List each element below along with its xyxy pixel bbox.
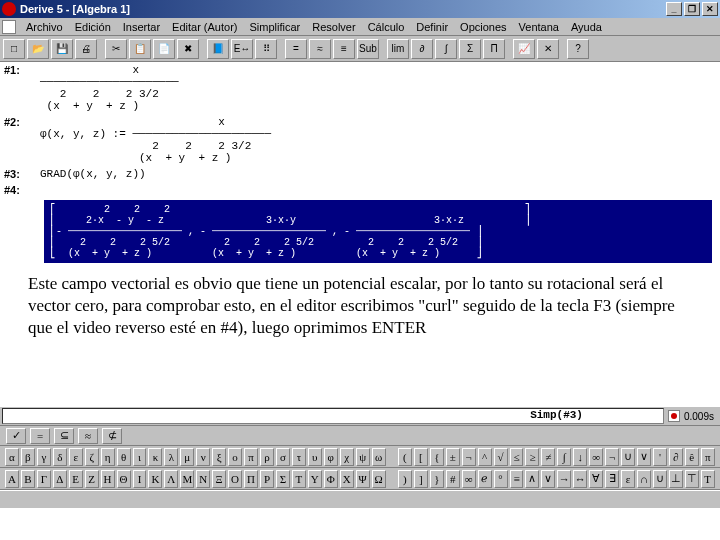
sym-4[interactable]: ¬ — [462, 448, 476, 466]
menu-simplificar[interactable]: Simplificar — [243, 20, 306, 34]
sym-β[interactable]: β — [21, 448, 35, 466]
menu-opciones[interactable]: Opciones — [454, 20, 512, 34]
sym-E[interactable]: E — [69, 470, 83, 488]
sym-12[interactable]: ∀ — [589, 470, 603, 488]
toolbar-btn-3[interactable]: 🖨 — [75, 39, 97, 59]
sym-6[interactable]: √ — [494, 448, 508, 466]
expression-2[interactable]: #2: x φ(x, y, z) := ────────────────────… — [0, 114, 720, 166]
sym-14[interactable]: ∪ — [621, 448, 635, 466]
sym-Y[interactable]: Y — [308, 470, 322, 488]
entry-input[interactable]: Simp(#3) — [2, 408, 664, 424]
sym-10[interactable]: ∫ — [557, 448, 571, 466]
expression-4-selected[interactable]: ⎡ 2 2 2 ⎤ ⎢ 2·x - y - z 3·x·y 3·x·z ⎥ ⎢-… — [44, 200, 712, 263]
sym-4[interactable]: ∞ — [462, 470, 476, 488]
menu-ventana[interactable]: Ventana — [513, 20, 565, 34]
toolbar-btn-14[interactable]: = — [285, 39, 307, 59]
toolbar-btn-6[interactable]: 📋 — [129, 39, 151, 59]
sym-8[interactable]: ∧ — [525, 470, 539, 488]
sym-X[interactable]: X — [340, 470, 354, 488]
sym-Ψ[interactable]: Ψ — [356, 470, 370, 488]
sym-B[interactable]: B — [21, 470, 35, 488]
sym-6[interactable]: ° — [494, 470, 508, 488]
sym-ν[interactable]: ν — [196, 448, 210, 466]
toolbar-btn-20[interactable]: ∂ — [411, 39, 433, 59]
toolbar-btn-12[interactable]: ⠿ — [255, 39, 277, 59]
sym-13[interactable]: ∃ — [605, 470, 619, 488]
sym-ε[interactable]: ε — [69, 448, 83, 466]
sym-19[interactable]: π — [701, 448, 715, 466]
sym-16[interactable]: ∪ — [653, 470, 667, 488]
sym-ζ[interactable]: ζ — [85, 448, 99, 466]
toolbar-btn-10[interactable]: 📘 — [207, 39, 229, 59]
sym-η[interactable]: η — [101, 448, 115, 466]
sym-γ[interactable]: γ — [37, 448, 51, 466]
toolbar-btn-22[interactable]: Σ — [459, 39, 481, 59]
sym-9[interactable]: ≠ — [541, 448, 555, 466]
toolbar-btn-5[interactable]: ✂ — [105, 39, 127, 59]
sym-Θ[interactable]: Θ — [117, 470, 131, 488]
sym-1[interactable]: ] — [414, 470, 428, 488]
sym-M[interactable]: M — [180, 470, 194, 488]
sym-σ[interactable]: σ — [276, 448, 290, 466]
menu-resolver[interactable]: Resolver — [306, 20, 361, 34]
sym-λ[interactable]: λ — [164, 448, 178, 466]
sym-I[interactable]: I — [133, 470, 147, 488]
sym-ι[interactable]: ι — [133, 448, 147, 466]
sym-τ[interactable]: τ — [292, 448, 306, 466]
sym-Γ[interactable]: Γ — [37, 470, 51, 488]
sym-18[interactable]: ⊤ — [685, 470, 699, 488]
sym-ο[interactable]: ο — [228, 448, 242, 466]
toolbar-btn-21[interactable]: ∫ — [435, 39, 457, 59]
toolbar-btn-11[interactable]: E↔ — [231, 39, 253, 59]
sym-11[interactable]: ↔ — [573, 470, 587, 488]
menu-edición[interactable]: Edición — [69, 20, 117, 34]
sym-16[interactable]: ' — [653, 448, 667, 466]
sym-10[interactable]: → — [557, 470, 571, 488]
toolbar-btn-16[interactable]: ≡ — [333, 39, 355, 59]
sym-17[interactable]: ∂ — [669, 448, 683, 466]
sym-9[interactable]: ∨ — [541, 470, 555, 488]
sym-Ω[interactable]: Ω — [372, 470, 386, 488]
sym-Λ[interactable]: Λ — [164, 470, 178, 488]
menu-ayuda[interactable]: Ayuda — [565, 20, 608, 34]
ops-btn-1[interactable]: = — [30, 428, 50, 444]
menu-editar (autor)[interactable]: Editar (Autor) — [166, 20, 243, 34]
toolbar-btn-28[interactable]: ? — [567, 39, 589, 59]
restore-button[interactable]: ❐ — [684, 2, 700, 16]
sym-2[interactable]: } — [430, 470, 444, 488]
toolbar-btn-17[interactable]: Sub — [357, 39, 379, 59]
sym-Σ[interactable]: Σ — [276, 470, 290, 488]
sym-8[interactable]: ≥ — [525, 448, 539, 466]
sym-Z[interactable]: Z — [85, 470, 99, 488]
sym-θ[interactable]: θ — [117, 448, 131, 466]
toolbar-btn-0[interactable]: □ — [3, 39, 25, 59]
toolbar-btn-26[interactable]: ✕ — [537, 39, 559, 59]
sym-κ[interactable]: κ — [148, 448, 162, 466]
sym-δ[interactable]: δ — [53, 448, 67, 466]
menu-archivo[interactable]: Archivo — [20, 20, 69, 34]
ops-btn-4[interactable]: ⊄ — [102, 428, 122, 444]
sym-15[interactable]: ∨ — [637, 448, 651, 466]
sym-Φ[interactable]: Φ — [324, 470, 338, 488]
sym-O[interactable]: O — [228, 470, 242, 488]
sym-19[interactable]: T — [701, 470, 715, 488]
sym-α[interactable]: α — [5, 448, 19, 466]
sym-A[interactable]: A — [5, 470, 19, 488]
sym-H[interactable]: H — [101, 470, 115, 488]
sym-μ[interactable]: μ — [180, 448, 194, 466]
expression-3[interactable]: #3: GRAD(φ(x, y, z)) — [0, 166, 720, 182]
sym-0[interactable]: ) — [398, 470, 412, 488]
toolbar-btn-2[interactable]: 💾 — [51, 39, 73, 59]
menu-cálculo[interactable]: Cálculo — [362, 20, 411, 34]
sym-Ξ[interactable]: Ξ — [212, 470, 226, 488]
sym-ρ[interactable]: ρ — [260, 448, 274, 466]
sym-11[interactable]: ↓ — [573, 448, 587, 466]
sym-K[interactable]: K — [148, 470, 162, 488]
sym-15[interactable]: ∩ — [637, 470, 651, 488]
toolbar-btn-8[interactable]: ✖ — [177, 39, 199, 59]
sym-14[interactable]: ε — [621, 470, 635, 488]
toolbar-btn-23[interactable]: Π — [483, 39, 505, 59]
menu-insertar[interactable]: Insertar — [117, 20, 166, 34]
sym-7[interactable]: ≡ — [510, 470, 524, 488]
sym-13[interactable]: ¬ — [605, 448, 619, 466]
